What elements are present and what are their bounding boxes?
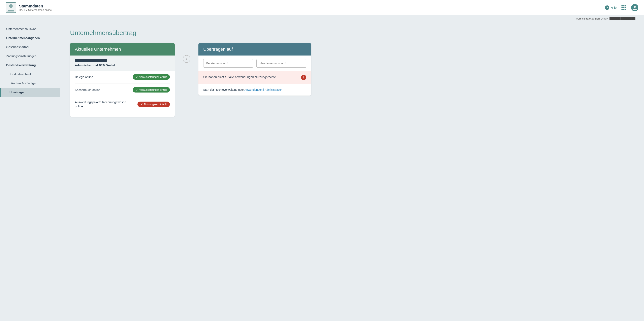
- help-icon: ?: [605, 5, 610, 10]
- svg-point-0: [9, 4, 13, 8]
- right-card-header-text: Übertragen auf: [203, 47, 233, 52]
- error-card: Sie haben nicht für alle Anwendungen Nut…: [198, 71, 311, 95]
- badge-kassenbuch-text: Voraussetzungen erfüllt: [139, 88, 167, 91]
- left-card-header-text: Aktuelles Unternehmen: [75, 47, 121, 52]
- topbar-chevron-icon: ›: [636, 17, 638, 20]
- title-block: Stammdaten DATEV Unternehmen online: [19, 4, 52, 11]
- sidebar-item-uebertragen[interactable]: Übertragen: [0, 88, 60, 97]
- item-row-belege: Belege online ✓ Voraussetzungen erfüllt: [75, 71, 170, 83]
- right-card-top: Übertragen auf: [198, 43, 311, 71]
- badge-auswertung-icon: ✕: [141, 103, 143, 106]
- sidebar-item-zahlungseinstellungen[interactable]: Zahlungseinstellungen: [0, 51, 60, 60]
- header-right: ? Hilfe: [605, 4, 638, 11]
- sidebar-item-geschaeftspartner[interactable]: Geschäftspartner: [0, 42, 60, 51]
- user-profile-icon[interactable]: [631, 4, 638, 11]
- item-row-auswertung: Auswertungspakete Rechnungswesen online …: [75, 96, 170, 112]
- app-title: Stammdaten: [19, 4, 52, 8]
- svg-point-1: [634, 6, 636, 8]
- beraternummer-input[interactable]: [203, 59, 253, 68]
- masked-value-topbar: ██████████████: [610, 17, 635, 20]
- company-info-block: Administrator.at B2B GmbH: [70, 55, 175, 71]
- help-label: Hilfe: [610, 6, 617, 9]
- logo-block: Stammdaten DATEV Unternehmen online: [6, 2, 52, 13]
- company-name-left: Administrator.at B2B GmbH: [75, 63, 170, 67]
- app-header: Stammdaten DATEV Unternehmen online ? Hi…: [0, 0, 644, 15]
- sidebar-item-bestandsverwaltung[interactable]: Bestandsverwaltung: [0, 60, 60, 70]
- error-top: Sie haben nicht für alle Anwendungen Nut…: [198, 71, 311, 84]
- sidebar-item-loeschen-kuendigen[interactable]: Löschen & Kündigen: [0, 79, 60, 88]
- right-card: Übertragen auf Sie haben nicht für alle …: [198, 43, 311, 95]
- error-title: Sie haben nicht für alle Anwendungen Nut…: [203, 75, 277, 79]
- sidebar-item-produktwechsel[interactable]: Produktwechsel: [0, 70, 60, 79]
- item-label-belege: Belege online: [75, 75, 93, 79]
- badge-belege-text: Voraussetzungen erfüllt: [139, 75, 167, 78]
- item-label-auswertung: Auswertungspakete Rechnungswesen online: [75, 100, 135, 108]
- error-icon: !: [301, 75, 306, 80]
- cards-row: Aktuelles Unternehmen Administrator.at B…: [70, 43, 634, 117]
- top-breadcrumb-bar: Administrator.at B2B GmbH ██████████████…: [0, 15, 644, 22]
- mandantennummer-input[interactable]: [256, 59, 306, 68]
- arrow-circle-icon: ›: [183, 55, 190, 63]
- app-subtitle: DATEV Unternehmen online: [19, 8, 52, 11]
- item-label-kassenbuch: Kassenbuch online: [75, 88, 100, 92]
- company-name-topbar: Administrator.at B2B GmbH: [576, 17, 608, 20]
- main-content: Unternehmensübertrag Aktuelles Unternehm…: [60, 22, 644, 320]
- main-layout: Unternehmensauswahl Unternehmensangaben …: [0, 22, 644, 320]
- sidebar: Unternehmensauswahl Unternehmensangaben …: [0, 22, 60, 320]
- badge-kassenbuch-icon: ✓: [136, 88, 138, 91]
- right-card-header: Übertragen auf: [198, 43, 311, 55]
- sidebar-item-unternehmensauswahl[interactable]: Unternehmensauswahl: [0, 24, 60, 33]
- error-body-link[interactable]: Anwendungen | Administration: [244, 88, 282, 91]
- badge-belege: ✓ Voraussetzungen erfüllt: [132, 74, 170, 80]
- help-button[interactable]: ? Hilfe: [605, 5, 617, 10]
- error-body-prefix: Start der Rechteverwaltung über: [203, 88, 244, 91]
- company-number-masked: [75, 59, 107, 62]
- error-body: Start der Rechteverwaltung über Anwendun…: [198, 84, 311, 95]
- inputs-row: [198, 55, 311, 71]
- apps-grid-icon[interactable]: [622, 5, 626, 10]
- avatar: [6, 2, 16, 13]
- page-title: Unternehmensübertrag: [70, 29, 634, 37]
- sidebar-item-unternehmensangaben[interactable]: Unternehmensangaben: [0, 33, 60, 42]
- badge-belege-icon: ✓: [136, 75, 138, 78]
- badge-auswertung: ✕ Nutzungsrecht fehlt: [138, 102, 170, 107]
- item-row-kassenbuch: Kassenbuch online ✓ Voraussetzungen erfü…: [75, 83, 170, 96]
- transfer-arrow: ›: [183, 43, 190, 63]
- badge-kassenbuch: ✓ Voraussetzungen erfüllt: [132, 87, 170, 92]
- left-card-header: Aktuelles Unternehmen: [70, 43, 175, 55]
- left-card: Aktuelles Unternehmen Administrator.at B…: [70, 43, 175, 117]
- items-list: Belege online ✓ Voraussetzungen erfüllt …: [70, 71, 175, 117]
- badge-auswertung-text: Nutzungsrecht fehlt: [144, 103, 167, 106]
